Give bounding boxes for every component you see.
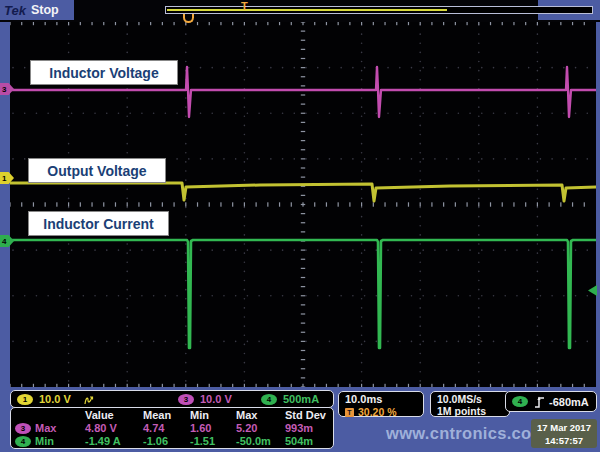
watermark: www.cntronics.com bbox=[386, 424, 546, 443]
table-row: 4 Min bbox=[15, 435, 85, 448]
row2-ch-badge: 4 bbox=[15, 436, 31, 447]
row1-ch-badge: 3 bbox=[15, 423, 31, 434]
row2-max: -50.0m bbox=[236, 435, 285, 448]
col-header-min: Min bbox=[190, 409, 236, 422]
channel-readout-bar[interactable]: 1 10.0 V 3 10.0 V 4 500mA bbox=[10, 390, 334, 408]
trigger-position-flag[interactable]: T bbox=[241, 0, 248, 12]
record-view-waveform bbox=[167, 9, 447, 11]
row1-meas-name: Max bbox=[35, 422, 56, 435]
row1-value: 4.80 V bbox=[85, 422, 143, 435]
oscilloscope-screen: Tek Stop T 3 1 4 Inductor Voltage Output… bbox=[0, 0, 600, 452]
row1-min: 1.60 bbox=[190, 422, 236, 435]
datetime-box: 17 Mar 2017 14:57:57 bbox=[531, 419, 597, 448]
row2-stddev: 504m bbox=[285, 435, 335, 448]
sample-rate: 10.0MS/s bbox=[437, 393, 509, 405]
label-inductor-voltage: Inductor Voltage bbox=[30, 60, 178, 85]
col-header-stddev: Std Dev bbox=[285, 409, 335, 422]
row1-stddev: 993m bbox=[285, 422, 335, 435]
ch4-badge[interactable]: 4 bbox=[261, 394, 277, 405]
ch4-number: 4 bbox=[267, 395, 271, 404]
col-header-max: Max bbox=[236, 409, 285, 422]
row2-ch-number: 4 bbox=[21, 435, 25, 448]
trigger-readout[interactable]: 4 -680mA bbox=[505, 391, 597, 412]
tek-logo: Tek bbox=[4, 3, 26, 18]
ch4-scale[interactable]: 500mA bbox=[283, 393, 319, 405]
trigger-flag-icon: T bbox=[345, 408, 354, 417]
ch3-number: 3 bbox=[184, 395, 188, 404]
label-output-voltage: Output Voltage bbox=[28, 158, 166, 183]
row1-mean: 4.74 bbox=[143, 422, 190, 435]
ch1-tag-number: 1 bbox=[2, 174, 6, 183]
trigger-position-percent: 30.20 % bbox=[358, 406, 397, 418]
acquisition-status: Tek Stop bbox=[0, 0, 74, 20]
trigger-source-badge: 4 bbox=[512, 396, 528, 407]
row1-max: 5.20 bbox=[236, 422, 285, 435]
acquisition-readout[interactable]: 10.0MS/s 1M points bbox=[430, 391, 510, 417]
row1-ch-number: 3 bbox=[21, 422, 25, 435]
table-row: 3 Max bbox=[15, 422, 85, 435]
date-text: 17 Mar 2017 bbox=[531, 421, 597, 434]
ch4-tag-number: 4 bbox=[2, 237, 6, 246]
timebase-readout[interactable]: 10.0ms T 30.20 % bbox=[338, 391, 424, 417]
trigger-level: -680mA bbox=[549, 396, 589, 408]
ch1-number: 1 bbox=[23, 395, 27, 404]
run-stop-status: Stop bbox=[31, 3, 59, 17]
ch1-coupling-icon bbox=[84, 394, 94, 406]
ch1-scale[interactable]: 10.0 V bbox=[39, 393, 71, 405]
row2-mean: -1.06 bbox=[143, 435, 190, 448]
ch1-badge[interactable]: 1 bbox=[17, 394, 33, 405]
row2-min: -1.51 bbox=[190, 435, 236, 448]
measurement-table: Value Mean Min Max Std Dev 3 Max 4.80 V … bbox=[10, 407, 334, 449]
row2-meas-name: Min bbox=[35, 435, 54, 448]
ch3-scale[interactable]: 10.0 V bbox=[200, 393, 232, 405]
row2-value: -1.49 A bbox=[85, 435, 143, 448]
trigger-slope-icon bbox=[534, 395, 546, 409]
table-corner bbox=[15, 409, 85, 422]
trigger-source-number: 4 bbox=[518, 397, 522, 406]
timebase-scale: 10.0ms bbox=[345, 393, 423, 405]
col-header-value: Value bbox=[85, 409, 143, 422]
ch3-tag-number: 3 bbox=[2, 85, 6, 94]
label-inductor-current: Inductor Current bbox=[28, 211, 169, 236]
col-header-mean: Mean bbox=[143, 409, 190, 422]
ch3-badge[interactable]: 3 bbox=[178, 394, 194, 405]
record-length: 1M points bbox=[437, 405, 509, 417]
time-text: 14:57:57 bbox=[531, 434, 597, 447]
